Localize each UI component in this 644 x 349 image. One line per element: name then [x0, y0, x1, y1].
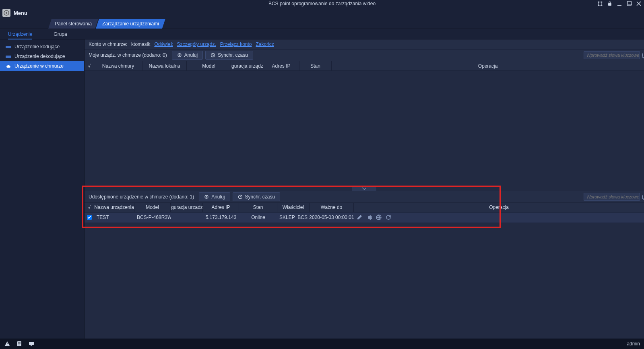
network-icon[interactable]: [597, 1, 603, 6]
upper-cancel-button[interactable]: Anuluj: [172, 51, 203, 60]
app-title: BCS point oprogramowanie do zarządzania …: [268, 1, 376, 6]
cell-model: BCS-P-468R3WSA: [134, 213, 171, 223]
gear-icon[interactable]: [366, 214, 372, 221]
alert-icon[interactable]: [4, 341, 10, 347]
col-local-name[interactable]: Nazwa lokalna: [142, 61, 187, 70]
titlebar-controls: [597, 0, 642, 7]
link-switch-account[interactable]: Przełącz konto: [220, 41, 252, 47]
upper-search-box[interactable]: [584, 51, 640, 59]
clock-icon: [238, 194, 243, 199]
app-window: BCS point oprogramowanie do zarządzania …: [0, 0, 644, 349]
cancel-icon: [177, 53, 182, 58]
col-valid[interactable]: Ważne do: [310, 203, 354, 212]
minimize-icon[interactable]: [617, 1, 622, 6]
titlebar: BCS point oprogramowanie do zarządzania …: [0, 0, 644, 7]
clock-icon: [211, 53, 215, 58]
collapse-bar: [85, 187, 644, 191]
col-model[interactable]: Model: [187, 61, 231, 70]
link-details[interactable]: Szczegóły urządz.: [177, 41, 216, 47]
col-status[interactable]: Stan: [239, 203, 277, 212]
cell-status: Online: [239, 213, 277, 223]
lower-search-box[interactable]: [584, 193, 640, 201]
collapse-handle[interactable]: [352, 187, 376, 191]
body: Urządzenie kodujące Urządzenie dekodując…: [0, 39, 644, 339]
menubar: Menu: [0, 7, 644, 19]
search-icon: [642, 195, 643, 199]
lower-caption: Udostępnione urządzenie w chmurze (dodan…: [89, 194, 194, 200]
svg-rect-19: [31, 345, 32, 346]
col-model[interactable]: Model: [134, 203, 171, 212]
app-logo-icon: [2, 9, 10, 17]
sidebar-item-label: Urządzenie dekodujące: [14, 54, 65, 59]
sidebar-item-label: Urządzenie kodujące: [14, 44, 60, 50]
col-check[interactable]: √: [85, 203, 94, 212]
subnav-grupa[interactable]: Grupa: [40, 29, 80, 39]
tab-zarzadzanie-urzadzeniami[interactable]: Zarządzanie urządzeniami: [96, 19, 165, 29]
col-config[interactable]: nfiguracja urządzer: [171, 203, 203, 212]
subnav: Urządzenie Grupa: [0, 29, 644, 39]
tab-panel-sterowania[interactable]: Panel sterowania: [48, 19, 98, 29]
cell-owner: SKLEP_BCS: [277, 213, 310, 223]
sidebar-item-label: Urządzenie w chmurze: [14, 63, 64, 69]
lower-cancel-button[interactable]: Anuluj: [199, 192, 230, 201]
close-icon[interactable]: [636, 1, 642, 6]
cloud-account-label: Konto w chmurze:: [89, 41, 127, 47]
col-ip[interactable]: Adres IP: [263, 61, 299, 70]
menu-button[interactable]: Menu: [14, 10, 27, 16]
cloud-account-value: ktomasik: [131, 41, 150, 47]
col-ip[interactable]: Adres IP: [203, 203, 239, 212]
cell-device-name: TEST: [94, 213, 134, 223]
col-device-name[interactable]: Nazwa urządzenia: [94, 203, 134, 212]
upper-toolbar: Moje urządz. w chmurze (dodano: 0) Anulu…: [85, 49, 644, 61]
lower-search-input[interactable]: [586, 194, 642, 199]
status-user: admin: [627, 341, 640, 347]
link-finish[interactable]: Zakończ: [256, 41, 274, 47]
cell-valid: 2020-05-03 00:00:01: [310, 213, 354, 223]
search-icon: [642, 53, 643, 57]
edit-icon[interactable]: [356, 214, 363, 221]
lower-sync-button[interactable]: Synchr. czasu: [233, 192, 281, 201]
upper-table-body: [85, 71, 644, 187]
cell-config: [171, 213, 203, 223]
sidebar-item-decoder[interactable]: Urządzenie dekodujące: [0, 52, 84, 61]
upper-sync-button[interactable]: Synchr. czasu: [205, 51, 253, 60]
sidebar-item-cloud[interactable]: Urządzenie w chmurze: [0, 61, 84, 71]
cell-operation: [354, 213, 644, 223]
col-config[interactable]: nfiguracja urządzer: [231, 61, 263, 70]
decoder-icon: [6, 54, 11, 58]
svg-rect-5: [617, 5, 621, 6]
row-checkbox[interactable]: [87, 215, 92, 220]
log-icon[interactable]: [16, 341, 23, 347]
link-refresh[interactable]: Odśwież: [154, 41, 173, 47]
sidebar-item-encoder[interactable]: Urządzenie kodujące: [0, 42, 84, 52]
svg-rect-11: [6, 56, 11, 58]
monitor-icon[interactable]: [28, 341, 35, 347]
col-owner[interactable]: Właściciel: [277, 203, 310, 212]
col-cloud-name[interactable]: Nazwa chmury: [94, 61, 142, 70]
subnav-urzadzenie[interactable]: Urządzenie: [0, 29, 40, 39]
svg-rect-10: [6, 46, 11, 48]
encoder-icon: [6, 45, 11, 49]
cell-check[interactable]: [85, 213, 94, 223]
cancel-icon: [204, 194, 209, 199]
lower-table-header: √ Nazwa urządzenia Model nfiguracja urzą…: [85, 203, 644, 213]
cloud-icon: [6, 64, 11, 68]
upper-search-input[interactable]: [586, 53, 642, 58]
browser-icon[interactable]: [376, 214, 382, 221]
svg-rect-4: [608, 3, 611, 6]
maximize-icon[interactable]: [626, 1, 632, 6]
tabstrip: Panel sterowania Zarządzanie urządzeniam…: [0, 19, 644, 29]
col-status[interactable]: Stan: [299, 61, 332, 70]
lock-icon[interactable]: [607, 1, 613, 6]
svg-point-9: [6, 12, 7, 14]
table-row[interactable]: TEST BCS-P-468R3WSA 5.173.179.143 Online…: [85, 213, 644, 223]
sidebar: Urządzenie kodujące Urządzenie dekodując…: [0, 39, 85, 339]
upper-caption: Moje urządz. w chmurze (dodano: 0): [89, 52, 167, 58]
col-operation[interactable]: Operacja: [354, 203, 644, 212]
col-check[interactable]: √: [85, 61, 94, 70]
lower-table-body: [85, 223, 644, 339]
cloud-account-bar: Konto w chmurze: ktomasik Odśwież Szczeg…: [85, 39, 644, 49]
refresh-icon[interactable]: [385, 214, 392, 221]
col-operation[interactable]: Operacja: [332, 61, 644, 70]
upper-table-header: √ Nazwa chmury Nazwa lokalna Model nfigu…: [85, 61, 644, 71]
